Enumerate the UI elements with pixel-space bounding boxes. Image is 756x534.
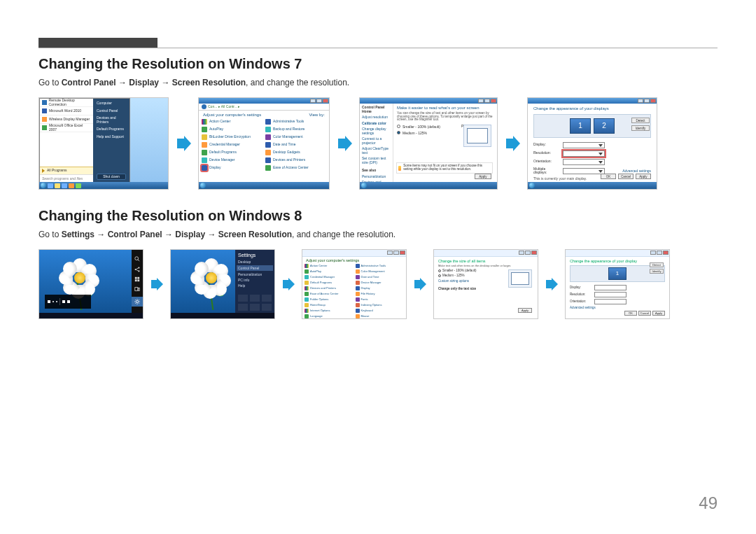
- taskbar-icon[interactable]: [69, 183, 74, 188]
- startmenu-shutdown[interactable]: Shut down: [97, 174, 126, 181]
- cp-item[interactable]: Desktop Gadgets: [265, 150, 326, 155]
- cp-item[interactable]: Default Programs: [304, 281, 354, 285]
- identify-button[interactable]: Identify: [650, 269, 664, 274]
- display-select[interactable]: [563, 142, 605, 148]
- settings-link[interactable]: PC info: [238, 278, 272, 282]
- start-orb-icon[interactable]: [41, 183, 46, 188]
- cp-item[interactable]: HomeGroup: [304, 303, 354, 307]
- monitor-2[interactable]: 2: [594, 118, 615, 134]
- detect-button[interactable]: Detect: [631, 118, 650, 123]
- charm-settings-icon[interactable]: [132, 297, 143, 307]
- cp-item[interactable]: Default Programs: [202, 150, 262, 155]
- charm-share-icon[interactable]: [134, 267, 140, 272]
- cp-item[interactable]: Credential Manager: [202, 142, 262, 148]
- startmenu-item[interactable]: Remote Desktop Connection: [40, 99, 93, 107]
- display-select[interactable]: [594, 285, 626, 290]
- settings-link[interactable]: Desktop: [238, 260, 272, 264]
- back-icon[interactable]: [202, 104, 206, 109]
- settings-link-controlpanel[interactable]: Control Panel: [237, 265, 273, 271]
- quick-icon[interactable]: [250, 295, 260, 302]
- startmenu-right-item[interactable]: Control Panel: [97, 109, 126, 113]
- cp-item[interactable]: File History: [356, 292, 405, 296]
- cp-item[interactable]: Fonts: [356, 297, 405, 302]
- monitor-1[interactable]: 1: [570, 118, 591, 134]
- apply-button[interactable]: Apply: [652, 311, 665, 316]
- quick-icon[interactable]: [262, 295, 272, 302]
- side-link[interactable]: Adjust resolution: [362, 115, 391, 120]
- cp-item[interactable]: Display: [356, 286, 405, 290]
- taskbar-icon[interactable]: [62, 183, 67, 188]
- settings-link[interactable]: Personalization: [238, 272, 272, 276]
- cp-item[interactable]: Internet Options: [304, 309, 354, 313]
- cp-item[interactable]: Administrative Tools: [356, 264, 405, 268]
- cp-item[interactable]: Action Center: [304, 264, 354, 268]
- cancel-button[interactable]: Cancel: [638, 311, 651, 316]
- taskbar-icon[interactable]: [76, 183, 81, 188]
- side-link[interactable]: Set custom text size (DPI): [362, 157, 391, 164]
- cp-item[interactable]: Ease of Access Center: [304, 292, 354, 296]
- orientation-select[interactable]: [563, 159, 605, 165]
- cp-item[interactable]: Folder Options: [304, 297, 354, 302]
- cp-item[interactable]: Color Management: [356, 269, 405, 274]
- cp-item[interactable]: AutoPlay: [304, 269, 354, 274]
- charm-devices-icon[interactable]: [134, 286, 140, 292]
- adv-link[interactable]: Advanced settings: [570, 307, 665, 310]
- cp-item[interactable]: Administrative Tools: [265, 119, 326, 125]
- cp-item[interactable]: Mouse: [356, 314, 405, 318]
- identify-button[interactable]: Identify: [631, 125, 650, 131]
- taskbar-icon[interactable]: [55, 183, 60, 188]
- charm-search-icon[interactable]: [134, 256, 140, 262]
- apply-button[interactable]: Apply: [518, 308, 532, 313]
- apply-button[interactable]: Apply: [475, 174, 491, 179]
- cp-item[interactable]: Device Manager: [356, 281, 405, 285]
- cp-header: Adjust your computer's settings: [203, 113, 261, 118]
- cp-item[interactable]: Devices and Printers: [304, 286, 354, 290]
- quick-icon[interactable]: [250, 304, 260, 311]
- taskbar-icon[interactable]: [48, 183, 53, 188]
- side-link[interactable]: Adjust ClearType text: [362, 147, 391, 155]
- cp-item[interactable]: Indexing Options: [356, 303, 405, 307]
- cp-item[interactable]: Keyboard: [356, 309, 405, 313]
- startmenu-right-item[interactable]: Computer: [97, 101, 126, 106]
- side-link[interactable]: Change display settings: [362, 127, 391, 135]
- cp-item[interactable]: Ease of Access Center: [265, 165, 326, 171]
- settings-link[interactable]: Help: [238, 283, 272, 288]
- side-foot-link[interactable]: Personalization: [362, 175, 391, 179]
- resolution-select[interactable]: [563, 150, 605, 157]
- cp-item[interactable]: Date and Time: [265, 142, 326, 148]
- cp-item[interactable]: Device Manager: [202, 157, 262, 163]
- cp-item[interactable]: Devices and Printers: [265, 157, 326, 163]
- cancel-button[interactable]: Cancel: [618, 174, 634, 179]
- ok-button[interactable]: OK: [624, 311, 637, 316]
- orientation-select[interactable]: [594, 299, 626, 304]
- apply-button[interactable]: Apply: [636, 174, 651, 179]
- detect-button[interactable]: Detect: [650, 262, 664, 267]
- multi-select[interactable]: [563, 168, 605, 174]
- cp-viewby[interactable]: View by:: [309, 113, 325, 118]
- startmenu-item[interactable]: Microsoft Office Excel 2007: [40, 124, 93, 132]
- cp-item[interactable]: Backup and Restore: [265, 127, 326, 132]
- charm-start-icon[interactable]: [134, 276, 140, 282]
- cp-item[interactable]: Action Center: [202, 119, 262, 125]
- cp-item[interactable]: Date and Time: [356, 275, 405, 279]
- monitor-1[interactable]: 1: [608, 267, 626, 280]
- quick-icon[interactable]: [238, 304, 248, 311]
- startmenu-right-item[interactable]: Help and Support: [97, 135, 126, 139]
- ok-button[interactable]: OK: [601, 174, 616, 179]
- cp-item[interactable]: Color Management: [265, 134, 326, 140]
- side-link[interactable]: Connect to a projector: [362, 137, 391, 145]
- quick-icon[interactable]: [238, 295, 248, 302]
- quick-icon[interactable]: [262, 304, 272, 311]
- cp-item[interactable]: Credential Manager: [304, 275, 354, 279]
- cp-item[interactable]: BitLocker Drive Encryption: [202, 134, 262, 140]
- startmenu-right-item[interactable]: Devices and Printers: [97, 116, 126, 124]
- cp-item-display[interactable]: Display: [202, 165, 262, 171]
- cp-item[interactable]: AutoPlay: [202, 127, 262, 132]
- startmenu-item[interactable]: Microsoft Word 2010: [40, 107, 93, 115]
- startmenu-all-programs[interactable]: All Programs: [40, 167, 93, 174]
- side-link[interactable]: Calibrate color: [362, 122, 391, 126]
- cp-item[interactable]: Language: [304, 314, 354, 318]
- display-desc: You can change the size of text and othe…: [397, 112, 493, 122]
- resolution-select[interactable]: [594, 292, 626, 297]
- startmenu-right-item[interactable]: Default Programs: [97, 127, 126, 132]
